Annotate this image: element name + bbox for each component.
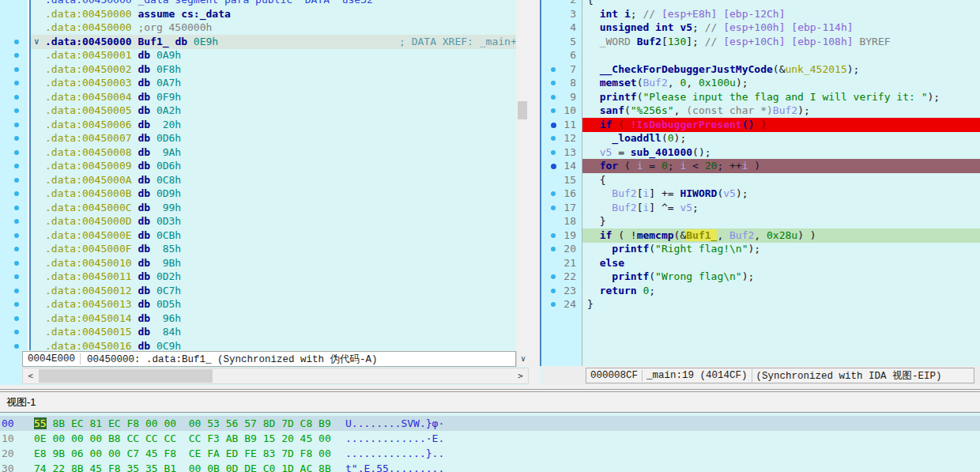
pseudocode-line[interactable]: __CheckForDebuggerJustMyCode(&unk_452015… — [582, 62, 980, 77]
hex-ascii[interactable]: .............·E. — [345, 431, 444, 446]
pseudocode-listing[interactable]: { int i; // [esp+E8h] [ebp-12Ch] unsigne… — [582, 0, 980, 366]
disasm-line[interactable]: .data:00450002 db 0F8h — [31, 62, 516, 77]
pseudocode-line[interactable]: for ( i = 0; i < 20; ++i ) — [582, 159, 980, 173]
disasm-line[interactable]: .data:00450008 db 9Ah — [31, 145, 516, 160]
hex-bytes[interactable]: 74 22 8B 45 F8 35 35 B1 00 0B 0D DE C0 1… — [34, 461, 331, 472]
disasm-line[interactable]: .data:0045000A db 0C8h — [31, 173, 516, 187]
line-marker-dot[interactable] — [14, 289, 19, 293]
pseudocode-line[interactable]: return 0; — [582, 284, 980, 298]
disasm-line[interactable]: .data:00450014 db 96h — [31, 312, 516, 326]
hex-bytes[interactable]: 55 8B EC 81 EC F8 00 00 00 53 56 57 8D 7… — [34, 416, 331, 431]
line-marker-dot[interactable] — [14, 81, 19, 85]
pseudocode-line[interactable]: if ( !IsDebuggerPresent() ) — [582, 118, 980, 132]
line-marker-dot[interactable] — [14, 344, 19, 349]
pseudocode-line[interactable]: _WORD Buf2[130]; // [esp+10Ch] [ebp-108h… — [582, 35, 980, 49]
left-vertical-scrollbar[interactable] — [516, 0, 529, 351]
line-marker-dot[interactable] — [14, 123, 19, 127]
disasm-line[interactable]: .data:00450001 db 0A9h — [31, 48, 516, 62]
line-marker-dot[interactable] — [551, 150, 556, 155]
disasm-line[interactable]: .data:00450012 db 0C7h — [31, 284, 516, 298]
line-marker-dot[interactable] — [551, 274, 556, 279]
collapse-arrow-icon[interactable]: ∨ — [34, 35, 40, 49]
line-marker-dot[interactable] — [551, 95, 556, 100]
line-marker-dot[interactable] — [14, 178, 19, 183]
line-marker-dot[interactable] — [14, 191, 19, 196]
window-splitter[interactable] — [0, 385, 980, 392]
line-marker-dot[interactable] — [14, 247, 19, 251]
hex-bytes[interactable]: 0E 00 00 00 B8 CC CC CC CC F3 AB B9 15 2… — [34, 431, 331, 446]
selected-byte[interactable]: 55 — [34, 417, 47, 429]
pseudocode-line[interactable]: } — [582, 214, 980, 228]
hex-row[interactable]: 3074 22 8B 45 F8 35 35 B1 00 0B 0D DE C0… — [0, 461, 980, 472]
line-marker-dot[interactable] — [14, 136, 19, 141]
pseudocode-line[interactable]: v5 = sub_401000(); — [582, 145, 980, 160]
scroll-left-arrow-icon[interactable]: < — [24, 368, 36, 383]
hex-row[interactable]: 0055 8B EC 81 EC F8 00 00 00 53 56 57 8D… — [0, 416, 980, 431]
line-marker-dot[interactable] — [551, 302, 556, 307]
disasm-line[interactable]: .data:00450007 db 0D6h — [31, 131, 516, 145]
line-marker-dot[interactable] — [551, 206, 556, 210]
line-marker-dot[interactable] — [14, 219, 19, 224]
hex-row[interactable]: 20E8 9B 06 00 00 C7 45 F8 CE FA ED FE 83… — [0, 446, 980, 461]
left-vertical-scrollbar-thumb[interactable] — [518, 101, 527, 119]
left-horizontal-scrollbar-thumb[interactable] — [39, 369, 213, 383]
line-marker-dot[interactable] — [551, 164, 556, 169]
disasm-line[interactable]: .data:00450010 db 9Bh — [31, 256, 516, 270]
hex-row[interactable]: 100E 00 00 00 B8 CC CC CC CC F3 AB B9 15… — [0, 431, 980, 446]
disasm-line[interactable]: .data:00450000 ;org 450000h — [31, 21, 516, 35]
disasm-line[interactable]: .data:00450011 db 0D2h — [31, 270, 516, 284]
pseudocode-line[interactable]: printf("Please input the flag and I will… — [582, 90, 980, 104]
pseudocode-line[interactable]: else — [582, 256, 980, 270]
line-marker-dot[interactable] — [551, 108, 556, 113]
line-marker-dot[interactable] — [14, 53, 19, 58]
line-marker-dot[interactable] — [14, 302, 19, 307]
line-marker-dot[interactable] — [551, 136, 556, 141]
pseudocode-line[interactable]: if ( !memcmp(&Buf1_, Buf2, 0x28u) ) — [582, 228, 980, 243]
hex-view[interactable]: 0055 8B EC 81 EC F8 00 00 00 53 56 57 8D… — [0, 413, 980, 472]
pseudocode-line[interactable]: printf("Right flag!\n"); — [582, 242, 980, 256]
disasm-line[interactable]: .data:0045000E db 0CBh — [31, 228, 516, 243]
disasm-line[interactable]: .data:00450013 db 0D5h — [31, 297, 516, 312]
hex-ascii[interactable]: t".E.55......... — [345, 461, 444, 472]
disasm-line[interactable]: .data:00450016 db 0C9h — [31, 339, 516, 351]
line-marker-dot[interactable] — [551, 67, 556, 72]
line-marker-dot[interactable] — [14, 150, 19, 155]
disasm-line[interactable]: .data:00450005 db 0A2h — [31, 104, 516, 118]
pseudocode-line[interactable]: int i; // [esp+E8h] [ebp-12Ch] — [582, 7, 980, 21]
pseudocode-line[interactable]: unsigned int v5; // [esp+100h] [ebp-114h… — [582, 21, 980, 35]
scroll-down-arrow-icon[interactable]: ∨ — [516, 351, 530, 367]
line-marker-dot[interactable] — [14, 40, 19, 44]
line-marker-dot[interactable] — [14, 261, 19, 266]
disasm-line[interactable]: .data:00450003 db 0A7h — [31, 76, 516, 90]
hex-ascii[interactable]: .............}.. — [345, 446, 444, 461]
line-marker-dot[interactable] — [14, 67, 19, 72]
disasm-line[interactable]: .data:00450004 db 0F9h — [31, 90, 516, 104]
pseudocode-line[interactable]: memset(Buf2, 0, 0x100u); — [582, 76, 980, 90]
scroll-right-arrow-icon[interactable]: > — [514, 368, 526, 383]
line-marker-dot[interactable] — [551, 123, 556, 128]
disasm-line[interactable]: .data:00450009 db 0D6h — [31, 159, 516, 173]
line-marker-dot[interactable] — [14, 274, 19, 279]
disasm-line[interactable]: .data:0045000F db 85h — [31, 242, 516, 256]
disasm-line[interactable]: ∨.data:00450000 Buf1_ db 0E9h; DATA XREF… — [31, 35, 516, 49]
pseudocode-line[interactable]: printf("Wrong flag\n"); — [582, 270, 980, 284]
line-marker-dot[interactable] — [14, 164, 19, 168]
pseudocode-line[interactable]: _loaddll(0); — [582, 131, 980, 145]
hex-ascii[interactable]: U........SVW.}φ· — [345, 416, 444, 431]
pseudocode-line[interactable]: } — [582, 297, 980, 312]
pseudocode-line[interactable] — [582, 48, 980, 62]
disasm-line[interactable]: .data:0045000D db 0D3h — [31, 214, 516, 228]
disasm-line[interactable]: .data:00450000 assume cs:_data — [31, 7, 516, 21]
line-marker-dot[interactable] — [551, 289, 556, 293]
pseudocode-line[interactable]: Buf2[i] += HIWORD(v5); — [582, 187, 980, 201]
disassembly-listing[interactable]: .data:00450000 _data segment para public… — [31, 0, 516, 350]
pseudocode-line[interactable]: sanf("%256s", (const char *)Buf2); — [582, 104, 980, 118]
line-marker-dot[interactable] — [14, 233, 19, 238]
line-marker-dot[interactable] — [551, 233, 556, 238]
line-marker-dot[interactable] — [14, 330, 19, 334]
left-horizontal-scrollbar[interactable]: < > — [22, 368, 529, 384]
disasm-line[interactable]: .data:00450006 db 20h — [31, 118, 516, 132]
line-marker-dot[interactable] — [551, 247, 556, 251]
line-marker-dot[interactable] — [551, 191, 556, 196]
hex-bytes[interactable]: E8 9B 06 00 00 C7 45 F8 CE FA ED FE 83 7… — [34, 446, 331, 461]
